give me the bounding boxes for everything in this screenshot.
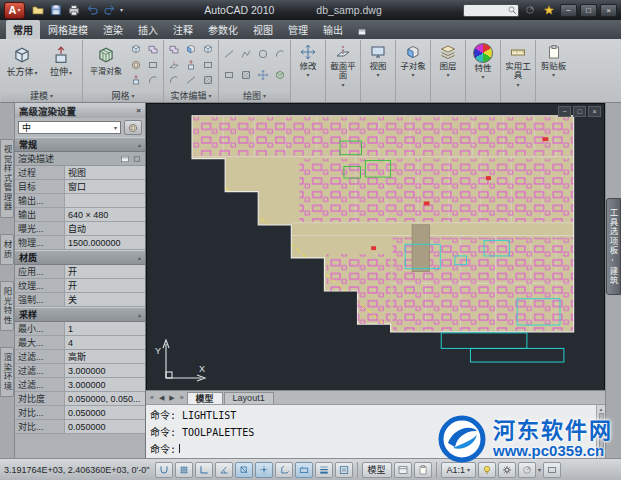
drawing-restore-icon[interactable]: □: [573, 106, 586, 117]
section-plane-panel-button[interactable]: 截面平面 ▾: [326, 40, 361, 102]
tab-output[interactable]: 输出: [316, 20, 350, 39]
tool-palettes-tab[interactable]: 工具选项板 - 建筑: [606, 198, 621, 295]
redo-button[interactable]: [102, 3, 118, 18]
annotation-visibility-icon[interactable]: [478, 462, 496, 478]
palette-tab-visual-styles[interactable]: 视觉样式管理器: [0, 139, 14, 218]
ducs-toggle[interactable]: [275, 462, 293, 478]
quick-view-layouts-icon[interactable]: [394, 462, 412, 478]
panel-label-solid-editing[interactable]: 实体编辑▾: [164, 89, 218, 102]
view-panel-button[interactable]: 视图 ▾: [361, 40, 396, 102]
tab-mesh-modeling[interactable]: 网格建模: [41, 20, 95, 39]
scroll-up-icon[interactable]: ▴: [600, 406, 603, 412]
model-space-viewport[interactable]: − □ ×: [146, 103, 605, 390]
qat-customize-icon[interactable]: ▾: [120, 7, 123, 13]
tab-annotate[interactable]: 注释: [166, 20, 200, 39]
scroll-down-icon[interactable]: ▾: [600, 451, 603, 457]
search-input[interactable]: [463, 4, 519, 17]
utilities-panel-button[interactable]: 实用工具 ▾: [501, 40, 536, 102]
communication-center-icon[interactable]: [522, 3, 538, 18]
ribbon-minimize-button[interactable]: [357, 27, 367, 37]
previous-layout-button[interactable]: ◀: [157, 394, 166, 402]
mesh-refine-button[interactable]: [128, 42, 144, 56]
palette-tab-render-environment[interactable]: 渲染环境: [0, 347, 14, 397]
tray-settings-icon[interactable]: ▾: [538, 467, 541, 473]
union-button[interactable]: [166, 42, 182, 56]
section-sampling[interactable]: 采样▴: [15, 307, 145, 322]
circle-button[interactable]: [255, 47, 271, 61]
floor-plan-drawing[interactable]: [161, 108, 593, 390]
annotation-scale-button[interactable]: A1:1 ▾: [441, 462, 477, 478]
close-button[interactable]: ×: [600, 4, 617, 17]
tab-manage[interactable]: 管理: [281, 20, 315, 39]
next-layout-button[interactable]: ▶: [167, 394, 176, 402]
grid-toggle[interactable]: [175, 462, 193, 478]
command-window[interactable]: 命令: LIGHTLIST 命令: TOOLPALETTES 命令: ▴ ▾: [146, 404, 605, 458]
box-button[interactable]: 长方体▾: [3, 41, 41, 88]
status-tray-icon[interactable]: [518, 462, 536, 478]
undo-button[interactable]: [84, 3, 100, 18]
arc-button[interactable]: [272, 47, 288, 61]
ortho-toggle[interactable]: [195, 462, 213, 478]
extrude-button[interactable]: 拉伸▾: [42, 41, 80, 88]
render-presets-manager-button[interactable]: [124, 120, 142, 135]
command-prompt[interactable]: 命令:: [150, 441, 176, 456]
thicken-button[interactable]: [183, 58, 199, 72]
tab-insert[interactable]: 插入: [131, 20, 165, 39]
tab-home[interactable]: 常用: [6, 20, 40, 39]
minimize-button[interactable]: −: [560, 4, 577, 17]
intersect-button[interactable]: [200, 42, 216, 56]
layers-panel-button[interactable]: 图层 ▾: [431, 40, 466, 102]
properties-panel-button[interactable]: 特性 ▾: [466, 40, 501, 102]
model-space-button[interactable]: 模型: [362, 462, 392, 478]
scrollbar-thumb[interactable]: [599, 413, 604, 450]
qp-toggle[interactable]: [335, 462, 353, 478]
open-button[interactable]: [30, 3, 46, 18]
imprint-button[interactable]: [200, 73, 216, 87]
command-scrollbar[interactable]: ▴ ▾: [596, 405, 605, 458]
taper-face-button[interactable]: [183, 73, 199, 87]
smooth-object-button[interactable]: 平滑对象: [85, 41, 127, 88]
workspace-switching-icon[interactable]: [498, 462, 516, 478]
mesh-crease-button[interactable]: [145, 42, 161, 56]
palette-close-icon[interactable]: ×: [136, 106, 141, 115]
panel-label-mesh[interactable]: 网格▾: [83, 89, 163, 102]
dyn-toggle[interactable]: [295, 462, 313, 478]
palette-tab-materials[interactable]: 材质: [0, 234, 14, 265]
mesh-extrude-face-button[interactable]: [128, 73, 144, 87]
osnap-toggle[interactable]: [235, 462, 253, 478]
maximize-button[interactable]: □: [580, 4, 597, 17]
modify-panel-button[interactable]: 修改 ▾: [291, 40, 326, 102]
application-menu-button[interactable]: A ▾: [4, 2, 25, 19]
snap-toggle[interactable]: [155, 462, 173, 478]
tab-layout1[interactable]: Layout1: [224, 392, 274, 404]
fillet-edge-button[interactable]: [166, 73, 182, 87]
section-materials[interactable]: 材质▴: [15, 250, 145, 265]
tab-view[interactable]: 视图: [246, 20, 280, 39]
polyline-button[interactable]: [238, 47, 254, 61]
drawing-close-icon[interactable]: ×: [588, 106, 601, 117]
mesh-smooth-more-button[interactable]: [128, 58, 144, 72]
rectangle-button[interactable]: [221, 68, 237, 82]
shell-button[interactable]: [200, 58, 216, 72]
first-layout-button[interactable]: «: [148, 394, 156, 401]
line-button[interactable]: [221, 47, 237, 61]
render-preset-select[interactable]: 中 ▾: [18, 121, 121, 134]
panel-label-draw[interactable]: 绘图▾: [219, 89, 290, 102]
otrack-toggle[interactable]: [255, 462, 273, 478]
tab-model[interactable]: 模型: [187, 392, 223, 404]
drawing-minimize-icon[interactable]: −: [558, 106, 571, 117]
slice-button[interactable]: [166, 58, 182, 72]
mesh-split-button[interactable]: [145, 73, 161, 87]
section-general[interactable]: 常规▴: [15, 137, 145, 152]
palette-tab-sun-properties[interactable]: 阳光特性: [0, 281, 14, 331]
mesh-primitive-button[interactable]: [272, 68, 288, 82]
hatch-button[interactable]: [238, 68, 254, 82]
clean-screen-icon[interactable]: [543, 462, 561, 478]
mesh-smooth-less-button[interactable]: [145, 58, 161, 72]
clipboard-panel-button[interactable]: 剪贴板 ▾: [536, 40, 571, 102]
subtract-button[interactable]: [183, 42, 199, 56]
save-button[interactable]: [48, 3, 64, 18]
polar-toggle[interactable]: [215, 462, 233, 478]
tab-render[interactable]: 渲染: [96, 20, 130, 39]
panel-label-modeling[interactable]: 建模▾: [1, 89, 82, 102]
